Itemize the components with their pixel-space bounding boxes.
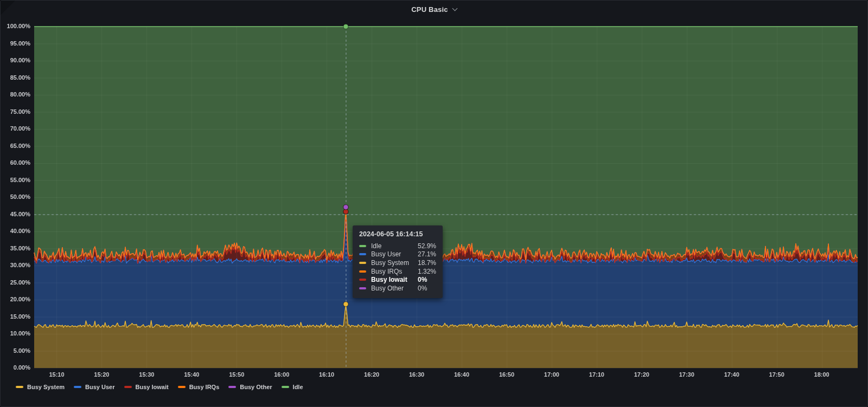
series-color-swatch <box>16 386 23 388</box>
series-color-swatch <box>359 279 366 281</box>
tooltip-row-busy-irqs: Busy IRQs1.32% <box>359 267 436 276</box>
tooltip-series-name: Busy User <box>371 250 417 258</box>
legend-item-busy-iowait[interactable]: Busy Iowait <box>124 384 169 390</box>
y-axis-tick-label: 0.00% <box>1 364 30 371</box>
tooltip-series-name: Busy Iowait <box>371 276 417 283</box>
legend-item-busy-other[interactable]: Busy Other <box>228 384 272 390</box>
legend-item-busy-irqs[interactable]: Busy IRQs <box>178 384 220 390</box>
x-axis-tick-label: 16:10 <box>309 371 344 378</box>
tooltip-series-value: 27.1% <box>418 250 436 258</box>
x-axis-tick-label: 16:20 <box>354 371 389 378</box>
x-axis-tick-label: 15:30 <box>129 371 164 378</box>
x-axis-tick-label: 15:10 <box>39 371 74 378</box>
cpu-basic-panel: i CPU Basic 100.00%95.00%90.00%85.00%80.… <box>0 0 868 407</box>
tooltip-row-busy-system: Busy System18.7% <box>359 259 436 267</box>
x-axis-tick-label: 16:30 <box>399 371 434 378</box>
y-axis-tick-label: 95.00% <box>1 40 30 47</box>
y-axis-tick-label: 65.00% <box>1 143 30 149</box>
series-color-swatch <box>359 262 366 264</box>
tooltip-series-name: Idle <box>371 242 417 250</box>
legend-label: Busy Iowait <box>136 384 169 390</box>
y-axis-tick-label: 100.00% <box>1 23 30 29</box>
x-axis-tick-label: 17:30 <box>669 371 704 378</box>
y-axis-tick-label: 85.00% <box>1 74 30 81</box>
series-color-swatch <box>359 245 366 247</box>
y-axis-tick-label: 10.00% <box>1 330 30 337</box>
y-axis-tick-label: 80.00% <box>1 91 30 98</box>
x-axis-tick-label: 17:10 <box>579 371 614 378</box>
y-axis-tick-label: 75.00% <box>1 108 30 115</box>
tooltip-row-busy-other: Busy Other0% <box>359 284 436 293</box>
x-axis-tick-label: 16:00 <box>264 371 299 378</box>
x-axis-tick-label: 17:20 <box>624 371 659 378</box>
series-color-swatch <box>359 253 366 255</box>
x-axis-tick-label: 16:40 <box>444 371 479 378</box>
x-axis-tick-label: 16:50 <box>489 371 524 378</box>
legend-label: Busy System <box>27 384 65 390</box>
y-axis-tick-label: 50.00% <box>1 193 30 200</box>
y-axis-tick-label: 15.00% <box>1 313 30 320</box>
y-axis-tick-label: 20.00% <box>1 296 30 302</box>
chart-legend: Busy SystemBusy UserBusy IowaitBusy IRQs… <box>16 384 303 390</box>
x-axis-tick-label: 17:00 <box>534 371 569 378</box>
legend-label: Busy User <box>85 384 114 390</box>
y-axis-tick-label: 25.00% <box>1 279 30 286</box>
legend-item-busy-system[interactable]: Busy System <box>16 384 65 390</box>
legend-label: Busy IRQs <box>189 384 220 390</box>
tooltip-series-name: Busy Other <box>371 285 417 292</box>
y-axis-tick-label: 70.00% <box>1 125 30 132</box>
x-axis-tick-label: 15:50 <box>219 371 254 378</box>
series-color-swatch <box>124 386 132 388</box>
series-color-swatch <box>359 270 366 273</box>
legend-item-busy-user[interactable]: Busy User <box>74 384 114 390</box>
x-axis-tick-label: 15:40 <box>174 371 209 378</box>
y-axis-tick-label: 45.00% <box>1 211 30 217</box>
x-axis-tick-label: 18:00 <box>805 371 839 378</box>
cpu-usage-stacked-area-chart[interactable] <box>1 1 868 407</box>
y-axis-tick-label: 35.00% <box>1 245 30 251</box>
y-axis-tick-label: 55.00% <box>1 177 30 183</box>
panel-header[interactable]: CPU Basic <box>1 1 867 18</box>
tooltip-series-value: 52.9% <box>418 242 436 250</box>
tooltip-row-idle: Idle52.9% <box>359 242 436 250</box>
series-color-swatch <box>178 386 186 388</box>
tooltip-row-busy-user: Busy User27.1% <box>359 250 436 259</box>
x-axis-tick-label: 15:20 <box>84 371 119 378</box>
tooltip-series-name: Busy IRQs <box>371 268 417 275</box>
tooltip-series-value: 0% <box>418 276 427 283</box>
panel-title: CPU Basic <box>411 5 448 14</box>
series-color-swatch <box>282 386 289 388</box>
y-axis-tick-label: 60.00% <box>1 159 30 166</box>
y-axis-tick-label: 40.00% <box>1 228 30 234</box>
y-axis-tick-label: 5.00% <box>1 347 30 354</box>
series-color-swatch <box>359 287 366 289</box>
y-axis-tick-label: 90.00% <box>1 57 30 63</box>
tooltip-series-value: 18.7% <box>418 259 436 267</box>
series-color-swatch <box>228 386 236 388</box>
series-color-swatch <box>74 386 81 388</box>
grafana-panel-screenshot: i CPU Basic 100.00%95.00%90.00%85.00%80.… <box>0 0 868 407</box>
legend-item-idle[interactable]: Idle <box>282 384 303 390</box>
tooltip-series-name: Busy System <box>371 259 417 267</box>
x-axis-tick-label: 17:50 <box>760 371 794 378</box>
panel-info-corner[interactable] <box>1 1 15 15</box>
tooltip-timestamp: 2024-06-05 16:14:15 <box>359 230 436 238</box>
y-axis-tick-label: 30.00% <box>1 262 30 268</box>
tooltip-row-busy-iowait: Busy Iowait0% <box>359 275 436 284</box>
tooltip-series-value: 1.32% <box>418 268 436 275</box>
x-axis-tick-label: 17:40 <box>714 371 749 378</box>
chevron-down-icon <box>452 5 457 11</box>
chart-tooltip: 2024-06-05 16:14:15 Idle52.9%Busy User27… <box>353 225 443 298</box>
tooltip-series-value: 0% <box>418 285 427 292</box>
legend-label: Busy Other <box>240 384 272 390</box>
legend-label: Idle <box>293 384 303 390</box>
